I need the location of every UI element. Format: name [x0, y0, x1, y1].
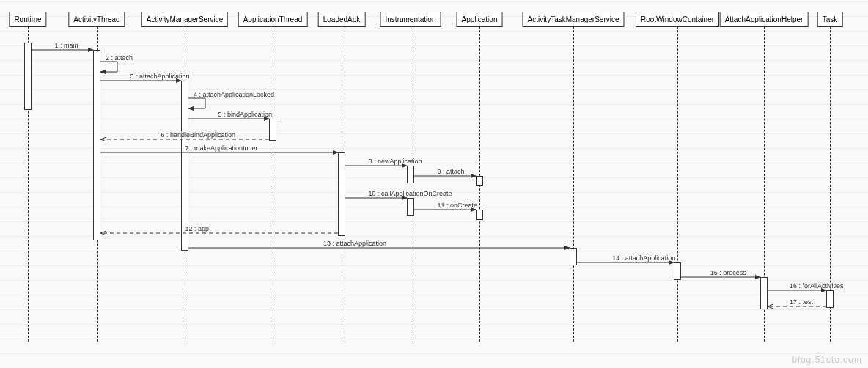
lifeline-atms — [573, 26, 574, 342]
message-15: 15 : process — [709, 269, 748, 276]
activation-instrumentation — [407, 198, 414, 216]
message-16: 16 : forAllActivities — [788, 282, 845, 290]
message-1: 1 : main — [53, 42, 79, 49]
participant-ams: ActivityManagerService — [141, 12, 228, 27]
activation-activityThread — [93, 50, 100, 240]
message-14: 14 : attachApplication — [611, 254, 677, 262]
message-5: 5 : bindApplication — [217, 111, 274, 118]
message-4: 4 : attachApplicationLocked — [192, 91, 276, 98]
participant-label: AttachApplicationHelper — [725, 15, 803, 23]
participant-label: Application — [462, 15, 498, 23]
participant-label: ApplicationThread — [243, 15, 303, 23]
message-2: 2 : attach — [104, 54, 134, 62]
message-17: 17 : test — [788, 298, 814, 306]
message-7: 7 : makeApplicationInner — [183, 144, 259, 152]
participant-attachApplicationHelper: AttachApplicationHelper — [720, 12, 809, 27]
participant-runtime: Runtime — [9, 12, 46, 27]
participant-rootWindowContainer: RootWindowContainer — [636, 12, 719, 27]
participant-label: Instrumentation — [386, 15, 436, 23]
activation-applicationThread — [269, 119, 276, 141]
participant-applicationThread: ApplicationThread — [238, 12, 308, 27]
participant-loadedApk: LoadedApk — [318, 12, 366, 27]
activation-instrumentation — [407, 166, 414, 183]
message-3: 3 : attachApplication — [129, 73, 191, 80]
message-11: 11 : onCreate — [435, 202, 479, 209]
message-13: 13 : attachApplication — [322, 240, 388, 247]
message-6: 6 : handleBindApplication — [160, 131, 238, 139]
participant-task: Task — [817, 12, 843, 27]
watermark: blog.51cto.com — [792, 355, 862, 365]
activation-runtime — [24, 43, 32, 110]
lifeline-rootWindowContainer — [677, 26, 678, 342]
participant-label: Runtime — [14, 15, 41, 23]
activation-rootWindowContainer — [674, 262, 681, 280]
participant-label: ActivityManagerService — [147, 15, 223, 23]
participant-label: ActivityThread — [73, 15, 119, 23]
message-8: 8 : newApplication — [367, 158, 423, 165]
activation-task — [826, 290, 834, 308]
participant-label: LoadedApk — [323, 15, 361, 23]
participant-label: RootWindowContainer — [641, 15, 714, 23]
activation-application — [476, 176, 483, 186]
activation-atms — [570, 248, 577, 265]
activation-attachApplicationHelper — [760, 277, 768, 309]
message-12: 12 : app — [183, 225, 210, 232]
message-9: 9 : attach — [435, 168, 466, 175]
participant-label: ActivityTaskManagerService — [527, 15, 619, 23]
message-10: 10 : callApplicationOnCreate — [367, 190, 453, 197]
lifeline-instrumentation — [411, 26, 411, 342]
participant-application: Application — [457, 12, 503, 27]
activation-loadedApk — [338, 152, 345, 236]
activation-application — [476, 210, 483, 220]
participant-atms: ActivityTaskManagerService — [522, 12, 624, 27]
participant-activityThread: ActivityThread — [68, 12, 125, 27]
participant-instrumentation: Instrumentation — [380, 12, 441, 27]
lifeline-applicationThread — [273, 26, 273, 342]
participant-label: Task — [823, 15, 838, 23]
